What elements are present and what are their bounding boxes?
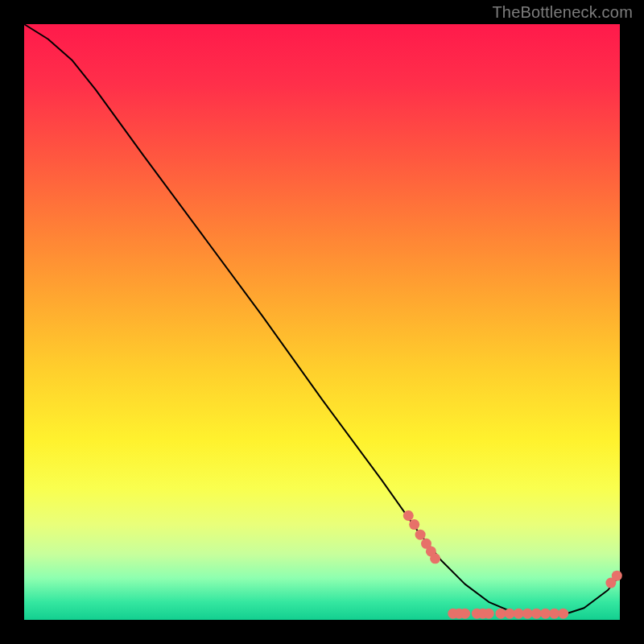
data-marker [460, 609, 470, 619]
curve-path [24, 24, 620, 616]
chart-overlay [0, 0, 644, 644]
data-marker [558, 609, 568, 619]
watermark-text: TheBottleneck.com [492, 3, 633, 22]
data-marker [522, 609, 533, 619]
data-marker [612, 571, 622, 581]
data-marker [484, 609, 494, 619]
data-marker [415, 530, 426, 540]
chart-stage: TheBottleneck.com [0, 0, 644, 644]
data-marker [514, 609, 524, 619]
data-marker [496, 609, 506, 619]
data-marker [531, 609, 542, 619]
data-marker [540, 609, 551, 619]
data-marker [430, 553, 440, 564]
data-marker [403, 510, 414, 521]
data-marker [505, 609, 515, 619]
data-marker [549, 609, 559, 619]
data-marker [409, 519, 419, 530]
